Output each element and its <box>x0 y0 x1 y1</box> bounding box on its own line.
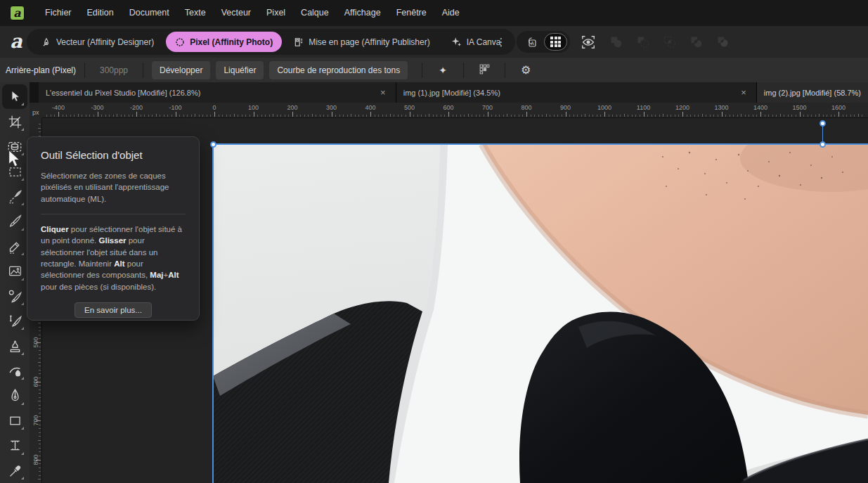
persona-label: Vecteur (Affinity Designer) <box>56 37 154 47</box>
menu-item-texte[interactable]: Texte <box>177 0 214 26</box>
separator <box>143 63 143 78</box>
more-icon: ⋮ <box>496 36 507 48</box>
tab-title: img (2).jpg [Modifié] (58.7%) <box>764 89 861 97</box>
tools-panel <box>0 82 30 483</box>
transform-eye-icon <box>581 34 596 50</box>
tool-tooltip: Outil Sélection d'objet Sélectionnez des… <box>27 136 200 321</box>
tooltip-instructions: Cliquer pour sélectionner l'objet situé … <box>41 224 186 292</box>
smudge-tool[interactable] <box>2 359 27 383</box>
selection-handle-top-left[interactable] <box>210 141 216 148</box>
page-layout-icon <box>294 37 304 47</box>
affinity-photo-window: -400-300-200-100010020030040050060070080… <box>0 0 868 483</box>
pixel-grid-icon <box>479 63 491 75</box>
settings-button[interactable]: ⚙ <box>514 63 538 77</box>
pixel-circle-icon <box>175 37 185 47</box>
crop-tool[interactable] <box>2 109 27 134</box>
menu-bar: a Fichier Edition Document Texte Vecteur… <box>0 0 868 26</box>
context-toolbar: Arrière-plan (Pixel) 300ppp Développer L… <box>0 58 868 82</box>
pixel-pencil-tool[interactable] <box>2 234 27 259</box>
tooltip-description: Sélectionnez des zones de caques pixélis… <box>41 170 186 205</box>
persona-publisher[interactable]: Mise en page (Affinity Publisher) <box>285 32 439 52</box>
healing-brush-tool[interactable] <box>2 284 27 309</box>
view-toggle-group: A <box>517 31 570 53</box>
document-tab-active[interactable]: img (2).jpg [Modifié] (58.7%) <box>757 82 868 103</box>
persona-vecteur[interactable]: Vecteur (Affinity Designer) <box>32 32 163 52</box>
color-picker-tool[interactable] <box>2 458 27 483</box>
menu-item-vecteur[interactable]: Vecteur <box>214 0 259 26</box>
geometry-xor-button[interactable] <box>689 34 704 49</box>
separator <box>422 63 422 78</box>
text-frame-tool[interactable] <box>2 433 27 458</box>
persona-label: Pixel (Affinity Photo) <box>190 37 273 47</box>
pen-tool[interactable] <box>2 383 27 408</box>
ruler-horizontal[interactable]: -400-300-200-100010020030040050060070080… <box>30 103 868 118</box>
tooltip-title: Outil Sélection d'objet <box>41 149 186 161</box>
geometry-add-button[interactable] <box>609 34 623 49</box>
layer-name-label: Arrière-plan (Pixel) <box>6 65 76 75</box>
selection-handle-top[interactable] <box>820 141 826 148</box>
tone-mapping-button[interactable]: Courbe de reproduction des tons <box>269 61 408 79</box>
sparkle-icon <box>451 37 462 47</box>
transform-mode-button[interactable] <box>579 33 597 51</box>
persona-switcher: Vecteur (Affinity Designer) Pixel (Affin… <box>27 29 515 55</box>
overflow-menu-button[interactable]: ⋮ <box>495 34 507 51</box>
menu-item-affichage[interactable]: Affichage <box>337 0 389 26</box>
separator <box>463 63 464 78</box>
tab-title: img (1).jpg [Modifié] (34.5%) <box>403 89 739 97</box>
dpi-label: 300ppp <box>93 65 134 75</box>
learn-more-button[interactable]: En savoir plus... <box>75 302 152 318</box>
place-image-tool[interactable] <box>2 259 27 283</box>
develop-button[interactable]: Développer <box>152 61 210 79</box>
separator <box>505 63 505 78</box>
paint-brush-tool[interactable] <box>2 209 27 233</box>
photo <box>213 144 868 483</box>
liquify-button[interactable]: Liquéfier <box>216 61 264 79</box>
geometry-operations <box>609 34 730 49</box>
selection-brush-tool[interactable] <box>2 184 27 209</box>
character-panel-toggle[interactable]: A <box>519 33 543 51</box>
menu-item-document[interactable]: Document <box>122 0 177 26</box>
close-icon[interactable]: × <box>377 87 389 98</box>
canvas[interactable] <box>213 144 868 483</box>
menu-item-fenetre[interactable]: Fenêtre <box>389 0 434 26</box>
menu-item-calque[interactable]: Calque <box>293 0 337 26</box>
persona-pixel[interactable]: Pixel (Affinity Photo) <box>166 32 282 52</box>
separator <box>84 63 85 78</box>
document-tab-bar: L'essentiel du Pixel Studio [Modifié] (1… <box>30 82 868 103</box>
grid-icon <box>550 37 561 47</box>
affinity-logo[interactable]: a <box>10 6 25 20</box>
ruler-unit-label[interactable]: px <box>30 103 42 118</box>
menu-item-aide[interactable]: Aide <box>434 0 467 26</box>
persona-toolbar: a Vecteur (Affinity Designer) Pixel (Aff… <box>0 26 868 58</box>
gear-icon: ⚙ <box>521 64 531 76</box>
affinity-logo-mono: a <box>7 30 25 53</box>
clone-stamp-tool[interactable] <box>2 333 27 358</box>
tooltip-divider <box>41 214 186 214</box>
text-style-icon: A <box>525 36 538 49</box>
auto-enhance-button[interactable]: ✦ <box>431 65 455 76</box>
geometry-subtract-button[interactable] <box>635 34 650 49</box>
grid-view-toggle[interactable] <box>544 33 567 51</box>
undo-brush-tool[interactable] <box>2 309 27 333</box>
mouse-cursor <box>8 149 22 173</box>
geometry-intersect-button[interactable] <box>662 34 677 49</box>
document-tab[interactable]: img (1).jpg [Modifié] (34.5%) × <box>396 82 757 103</box>
menu-item-edition[interactable]: Edition <box>79 0 122 26</box>
move-tool[interactable] <box>2 84 27 109</box>
sparkle-icon: ✦ <box>439 65 447 76</box>
svg-text:A: A <box>531 41 534 46</box>
persona-label: Mise en page (Affinity Publisher) <box>309 37 430 47</box>
menu-item-pixel[interactable]: Pixel <box>259 0 293 26</box>
rotation-handle[interactable] <box>820 120 826 127</box>
pixel-grid-button[interactable] <box>472 63 496 77</box>
rectangle-tool[interactable] <box>2 408 27 433</box>
selection-border-top[interactable] <box>213 143 868 145</box>
menu-item-fichier[interactable]: Fichier <box>37 0 79 26</box>
pen-nib-icon <box>41 37 51 47</box>
tab-title: L'essentiel du Pixel Studio [Modifié] (1… <box>46 89 377 97</box>
close-icon[interactable]: × <box>738 87 749 98</box>
geometry-divide-button[interactable] <box>715 34 730 49</box>
selection-border-left[interactable] <box>212 144 214 483</box>
document-tab[interactable]: L'essentiel du Pixel Studio [Modifié] (1… <box>39 82 396 103</box>
